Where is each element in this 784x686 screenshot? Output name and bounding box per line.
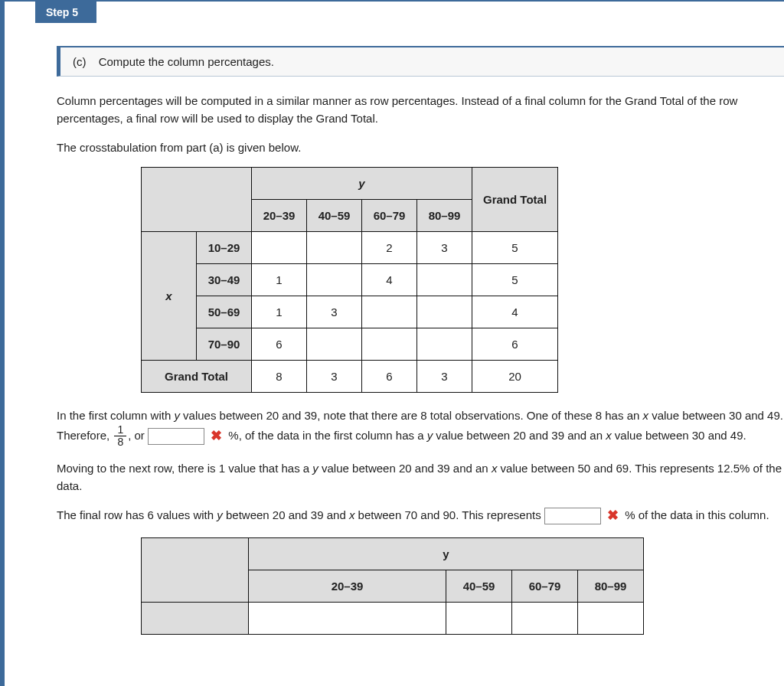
percent-input-2[interactable] [544,508,601,524]
grand-total-col-header: Grand Total [472,167,558,231]
incorrect-icon: ✖ [211,428,222,443]
y2-header: 40–59 [446,570,512,603]
cell: 3 [417,231,472,263]
cell [307,263,362,296]
cell [417,263,472,296]
cell: 1 [252,263,307,296]
y-header: 60–79 [362,199,417,231]
cell: 4 [362,263,417,296]
intro-paragraph-2: The crosstabulation from part (a) is giv… [57,139,784,156]
y2-header: 80–99 [578,570,644,603]
explain-paragraph-3: The final row has 6 values with y betwee… [57,505,784,527]
cell [417,328,472,360]
cell: 6 [252,328,307,360]
cell: 5 [472,231,558,263]
cell: 2 [362,231,417,263]
explain-paragraph-2: Moving to the next row, there is 1 value… [57,459,784,495]
cell [417,296,472,328]
cell [252,231,307,263]
fraction: 1 8 [114,424,126,449]
y-axis-label: y [252,167,472,199]
gt-cell: 3 [417,360,472,392]
y-axis-label-2: y [249,538,644,570]
y2-header: 20–39 [249,570,446,603]
cell: 1 [252,296,307,328]
intro-paragraph-1: Column percentages will be computed in a… [57,92,784,128]
gt-cell: 8 [252,360,307,392]
y-header: 80–99 [417,199,472,231]
gt-cell: 6 [362,360,417,392]
gt-cell: 3 [307,360,362,392]
cell: 3 [307,296,362,328]
column-percent-table: y 20–39 40–59 60–79 80–99 [141,537,644,635]
cell [307,328,362,360]
gt-cell: 20 [472,360,558,392]
y2-header: 60–79 [512,570,578,603]
x-header: 70–90 [197,328,252,360]
explain-paragraph-1: In the first column with y values betwee… [57,407,784,449]
x-header: 10–29 [197,231,252,263]
subpart-header: (c) Compute the column percentages. [57,46,784,77]
grand-total-row-header: Grand Total [142,360,252,392]
part-letter: (c) [73,55,87,68]
cell: 6 [472,328,558,360]
x-header: 50–69 [197,296,252,328]
cell: 5 [472,263,558,296]
incorrect-icon: ✖ [607,508,619,523]
x-axis-label: x [142,231,197,360]
cell [362,328,417,360]
cell: 4 [472,296,558,328]
cell [362,296,417,328]
part-prompt: Compute the column percentages. [99,55,274,68]
crosstab-table: y Grand Total 20–39 40–59 60–79 80–99 x … [141,167,558,393]
step-tab: Step 5 [35,2,98,23]
cell [307,231,362,263]
percent-input-1[interactable] [148,428,204,445]
y-header: 20–39 [252,199,307,231]
x-header: 30–49 [197,263,252,296]
y-header: 40–59 [307,199,362,231]
